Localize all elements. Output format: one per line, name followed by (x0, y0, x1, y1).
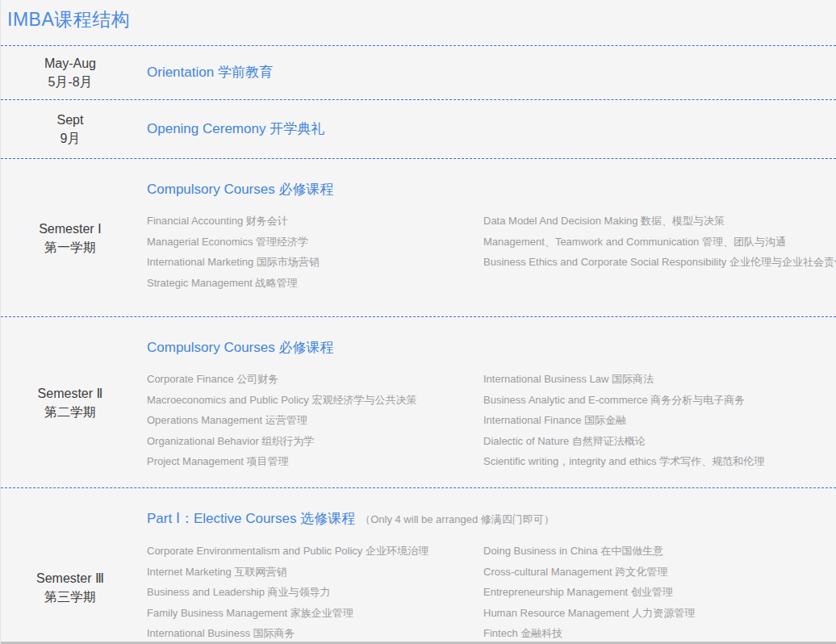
section-heading: Compulsory Courses 必修课程 (147, 338, 836, 358)
period-label: Sept 9月 (1, 100, 140, 158)
course-item: Macroeconomics and Public Policy 宏观经济学与公… (147, 390, 483, 411)
period-label-zh: 5月-8月 (48, 73, 92, 91)
course-item: Human Resource Management 人力资源管理 (483, 603, 836, 624)
course-item: Financial Accounting 财务会计 (147, 211, 483, 232)
section-heading-note: （Only 4 will be arranged 修满四门即可） (360, 513, 554, 525)
course-column-left: Financial Accounting 财务会计 Managerial Eco… (147, 211, 483, 293)
course-item: Management、Teamwork and Communication 管理… (483, 232, 836, 253)
course-item: Scientific writing，integrity and ethics … (483, 451, 836, 472)
semester-label: Semester Ⅲ 第三学期 (1, 488, 140, 644)
course-item: Doing Business in China 在中国做生意 (483, 541, 836, 562)
section-heading: Part Ⅰ：Elective Courses 选修课程（Only 4 will… (147, 509, 836, 529)
semester-label-en: Semester Ⅰ (39, 220, 102, 238)
page-title: IMBA课程结构 (1, 0, 836, 45)
semester-label: Semester Ⅰ 第一学期 (1, 159, 140, 316)
course-item: Data Model And Decision Making 数据、模型与决策 (483, 211, 836, 232)
course-column-right: International Business Law 国际商法 Business… (483, 369, 836, 472)
course-item: International Finance 国际金融 (483, 410, 836, 431)
course-item: International Marketing 国际市场营销 (147, 252, 483, 273)
course-item: Strategic Management 战略管理 (147, 273, 483, 294)
course-item: Business Analytic and E-commerce 商务分析与电子… (483, 390, 836, 411)
period-label-en: May-Aug (44, 54, 96, 73)
course-item: Business and Leadership 商业与领导力 (147, 582, 483, 603)
semester-label-en: Semester Ⅱ (38, 384, 103, 403)
period-label: May-Aug 5月-8月 (1, 46, 140, 99)
course-item: Internet Marketing 互联网营销 (147, 562, 483, 583)
course-item: International Business 国际商务 (147, 623, 483, 644)
course-grid: Corporate Environmentalism and Public Po… (147, 541, 836, 644)
course-column-left: Corporate Environmentalism and Public Po… (147, 541, 483, 644)
course-column-left: Corporate Finance 公司财务 Macroeconomics an… (147, 369, 483, 472)
semester-label-zh: 第三学期 (44, 588, 96, 606)
course-item: Project Management 项目管理 (147, 451, 483, 472)
row-heading: Opening Ceremony 开学典礼 (147, 119, 324, 139)
section-heading: Compulsory Courses 必修课程 (147, 180, 836, 199)
period-label-zh: 9月 (61, 129, 81, 148)
course-item: Operations Management 运营管理 (147, 410, 483, 431)
semester-3-row: Semester Ⅲ 第三学期 Part Ⅰ：Elective Courses … (1, 487, 836, 644)
semester-label-en: Semester Ⅲ (36, 569, 104, 588)
course-item: Managerial Economics 管理经济学 (147, 232, 483, 253)
semester-1-row: Semester Ⅰ 第一学期 Compulsory Courses 必修课程 … (1, 158, 836, 316)
period-row-opening-ceremony: Sept 9月 Opening Ceremony 开学典礼 (1, 99, 836, 158)
course-item: Fintech 金融科技 (483, 623, 836, 644)
course-item: Dialectic of Nature 自然辩证法概论 (483, 431, 836, 452)
course-column-right: Doing Business in China 在中国做生意 Cross-cul… (483, 541, 836, 644)
course-item: Corporate Finance 公司财务 (147, 369, 483, 390)
row-heading: Orientation 学前教育 (147, 63, 273, 82)
course-grid: Corporate Finance 公司财务 Macroeconomics an… (147, 369, 836, 472)
period-label-en: Sept (57, 111, 84, 129)
section-heading-text: Part Ⅰ：Elective Courses 选修课程 (147, 511, 355, 526)
course-column-right: Data Model And Decision Making 数据、模型与决策 … (483, 211, 836, 293)
course-item: Entrepreneurship Management 创业管理 (483, 582, 836, 603)
semester-label-zh: 第二学期 (44, 403, 96, 421)
course-item: Business Ethics and Corporate Social Res… (483, 252, 836, 273)
course-item: Family Business Management 家族企业管理 (147, 603, 483, 624)
period-row-orientation: May-Aug 5月-8月 Orientation 学前教育 (1, 45, 836, 99)
semester-label: Semester Ⅱ 第二学期 (1, 317, 140, 487)
semester-2-row: Semester Ⅱ 第二学期 Compulsory Courses 必修课程 … (1, 316, 836, 487)
course-grid: Financial Accounting 财务会计 Managerial Eco… (147, 211, 836, 293)
course-item: Cross-cultural Management 跨文化管理 (483, 562, 836, 583)
course-item: International Business Law 国际商法 (483, 369, 836, 390)
course-item: Organizational Behavior 组织行为学 (147, 431, 483, 452)
semester-label-zh: 第一学期 (44, 238, 96, 257)
course-item: Corporate Environmentalism and Public Po… (147, 541, 483, 562)
